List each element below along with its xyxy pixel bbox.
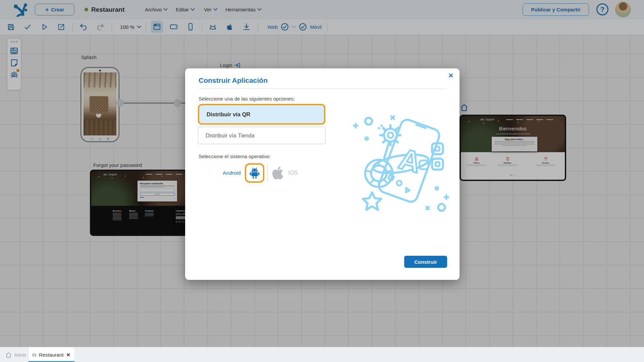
close-icon[interactable]: ✕ (448, 72, 453, 79)
options-label: Seleccione una de las siguientes opcione… (199, 96, 295, 102)
os-label: Seleccione el sistema operativo: (199, 154, 271, 159)
build-app-dialog: ✕ Construir Aplicación Seleccione una de… (185, 68, 460, 280)
build-app-illustration: A (349, 109, 451, 213)
svg-text:A: A (396, 142, 424, 179)
distribute-qr-option[interactable]: Distribuir vía QR (198, 104, 325, 125)
distribute-qr-label: Distribuir vía QR (207, 111, 250, 118)
tab-inicio-label: Inicio (14, 352, 26, 358)
bottom-tab-bar: Inicio Restaurant ✕ (0, 347, 644, 362)
tab-restaurant-label: Restaurant (39, 352, 63, 358)
distribute-store-option[interactable]: Distribuir vía Tienda (198, 127, 325, 144)
folder-icon (33, 352, 36, 357)
android-option-selected[interactable] (245, 163, 264, 183)
ios-option[interactable] (271, 166, 284, 180)
os-selector: Android iOS (199, 163, 298, 183)
build-button[interactable]: Construir (404, 256, 447, 268)
home-icon (5, 352, 12, 358)
android-label[interactable]: Android (223, 170, 240, 176)
dialog-divider (199, 88, 446, 89)
os-divider (267, 164, 268, 182)
ios-label[interactable]: iOS (288, 170, 298, 176)
tab-close-icon[interactable]: ✕ (66, 352, 70, 358)
dialog-title: Construir Aplicación (199, 76, 268, 84)
tab-inicio[interactable]: Inicio (5, 347, 26, 362)
apple-icon (271, 166, 284, 180)
distribute-store-label: Distribuir vía Tienda (206, 132, 255, 139)
android-robot-icon (249, 167, 261, 179)
tab-restaurant[interactable]: Restaurant ✕ (28, 347, 75, 362)
